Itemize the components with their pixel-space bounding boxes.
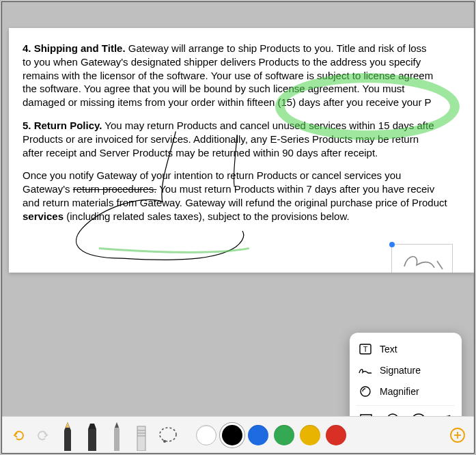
- text-icon: T: [358, 342, 373, 356]
- watermark: gP: [443, 32, 460, 52]
- svg-rect-14: [137, 426, 145, 451]
- text: damaged or missing items from your order…: [23, 96, 462, 109]
- color-black[interactable]: [222, 425, 242, 445]
- redo-button[interactable]: [33, 426, 53, 445]
- popup-label: Signature: [380, 365, 421, 376]
- undo-button[interactable]: [9, 426, 28, 445]
- section-4-heading: 4. Shipping and Title.: [23, 42, 126, 54]
- popup-item-text[interactable]: T Text: [356, 338, 455, 360]
- svg-rect-10: [88, 429, 96, 451]
- text: Gateway's: [23, 183, 73, 195]
- popup-label: Magnifier: [380, 386, 419, 397]
- color-white[interactable]: [196, 425, 216, 445]
- text: Products or are invoiced for services. A…: [23, 133, 462, 146]
- text: You may return Products and cancel unuse…: [104, 120, 434, 131]
- magnifier-icon: [358, 385, 373, 398]
- text: and return materials from Gateway. Gatew…: [23, 196, 462, 210]
- section-5: 5. Return Policy. You may return Product…: [23, 119, 462, 159]
- svg-marker-9: [66, 422, 70, 428]
- add-button[interactable]: [448, 426, 467, 445]
- text: remains with the licensor of the softwar…: [23, 69, 462, 83]
- color-green[interactable]: [274, 425, 294, 445]
- lasso-tool[interactable]: [156, 419, 180, 451]
- text: to you when Gateway's designated shipper…: [23, 55, 462, 69]
- svg-point-19: [163, 440, 166, 443]
- document-page: gP 4. Shipping and Title. Gateway will a…: [9, 28, 474, 273]
- text: Once you notify Gateway of your intentio…: [23, 169, 462, 182]
- svg-marker-13: [115, 422, 119, 428]
- strikethrough-text: return procedures.: [73, 183, 157, 195]
- color-red[interactable]: [326, 425, 346, 445]
- text: You must return Products within 7 days a…: [156, 183, 434, 195]
- svg-text:T: T: [363, 345, 368, 353]
- section-5-heading: 5. Return Policy.: [23, 120, 102, 131]
- svg-point-18: [160, 428, 176, 441]
- text: the software. You agree that you will be…: [23, 82, 462, 96]
- popup-label: Text: [380, 344, 397, 355]
- text: services: [23, 210, 64, 222]
- eraser-tool[interactable]: [132, 419, 151, 451]
- signature-placeholder[interactable]: [391, 244, 453, 273]
- paragraph-3: Once you notify Gateway of your intentio…: [23, 169, 462, 223]
- marker-tool[interactable]: [83, 419, 102, 451]
- popup-item-magnifier[interactable]: Magnifier: [356, 381, 455, 402]
- text: after receipt and Server Products may be…: [23, 146, 462, 160]
- signature-icon: [358, 364, 373, 376]
- popup-item-signature[interactable]: Signature: [356, 360, 455, 381]
- text: Gateway will arrange to ship Products to…: [128, 42, 427, 54]
- section-4: 4. Shipping and Title. Gateway will arra…: [23, 42, 462, 109]
- color-blue[interactable]: [248, 425, 268, 445]
- markup-toolbar: [2, 416, 474, 453]
- pen-tool[interactable]: [58, 419, 77, 451]
- text: (including related sales taxes), subject…: [64, 210, 350, 222]
- pencil-tool[interactable]: [107, 419, 126, 451]
- svg-point-2: [361, 387, 370, 396]
- svg-marker-11: [88, 424, 96, 429]
- color-yellow[interactable]: [300, 425, 320, 445]
